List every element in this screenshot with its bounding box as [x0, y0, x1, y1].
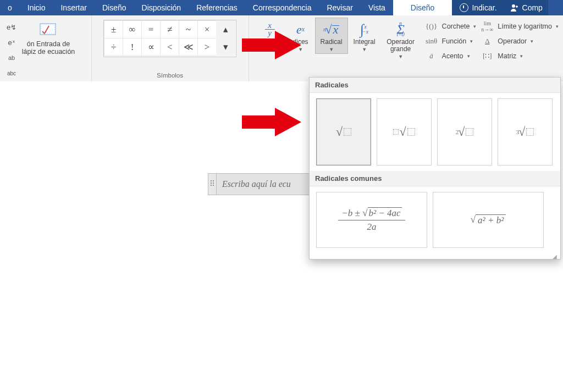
symbol-tilde[interactable]: ~ [179, 20, 198, 38]
tab-revisar[interactable]: Revisar [319, 0, 360, 15]
svg-point-0 [512, 4, 515, 8]
symbol-less-than[interactable]: < [160, 38, 179, 56]
tab-referencias[interactable]: Referencias [189, 0, 245, 15]
gallery-resize-grip[interactable]: ◢ [310, 253, 560, 259]
chevron-down-icon: ▾ [473, 24, 476, 29]
matrix-button[interactable]: [∷]Matriz▾ [479, 49, 559, 63]
tab-vista[interactable]: Vista [361, 0, 393, 15]
lightbulb-icon [460, 3, 468, 12]
symbol-not-equal[interactable]: ≠ [160, 20, 179, 38]
large-operator-label: Operador grande [382, 38, 420, 53]
ink-equation-icon [37, 20, 60, 38]
chevron-down-icon: ▼ [398, 53, 403, 60]
radical-tile-sqrt[interactable]: √ [316, 98, 371, 165]
tab-correspondencia[interactable]: Correspondencia [245, 0, 319, 15]
group-tools: e↯ eˣ ab abc ón Entrada de lápiz de ecua… [0, 15, 92, 81]
equation-mini-options: e↯ eˣ ab abc [4, 18, 19, 80]
normal-text-button[interactable]: ab [4, 51, 19, 65]
symbol-plus-minus[interactable]: ± [104, 20, 123, 38]
share-button[interactable]: Comp [505, 0, 548, 15]
symbol-equals[interactable]: = [141, 20, 161, 38]
structures-col-b: limn→∞Límite y logaritmo▾ ΔOperador▾ [∷]… [479, 18, 559, 63]
tab-file-fragment[interactable]: o [0, 0, 20, 15]
chevron-down-icon: ▾ [467, 53, 470, 59]
radical-gallery: Radicales √ √ 2√ 3√ Radicales comunes −b… [309, 77, 561, 260]
large-operator-button[interactable]: nΣi=0 Operador grande ▼ [381, 18, 421, 60]
svg-rect-1 [40, 24, 56, 35]
ribbon-tabstrip: o Inicio Insertar Diseño Disposición Ref… [0, 0, 563, 15]
ink-equation-label: ón Entrada de lápiz de ecuación [21, 40, 76, 56]
radical-icon: n√x [323, 20, 339, 38]
structures-col-a: {()}Corchete▾ sinθFunción▾ äAcento▾ [424, 18, 477, 63]
symbol-grid: ± ∞ = ≠ ~ × ▴ ÷ ! ∝ < ≪ > ▾ [103, 20, 236, 57]
symbol-much-less[interactable]: ≪ [179, 38, 198, 56]
function-button[interactable]: sinθFunción▾ [424, 35, 477, 48]
chevron-down-icon: ▾ [556, 24, 559, 29]
chevron-down-icon: ▾ [520, 53, 523, 59]
tell-me-search[interactable]: Indicar. [452, 0, 504, 15]
gallery-common-body: −b ± √b² − 4ac2a √a² + b² [310, 186, 560, 253]
bracket-icon: {()} [424, 22, 439, 31]
accent-icon: ä [424, 52, 439, 60]
group-symbols: ± ∞ = ≠ ~ × ▴ ÷ ! ∝ < ≪ > ▾ Símbolos [92, 15, 249, 81]
radical-tile-quadratic[interactable]: −b ± √b² − 4ac2a [316, 192, 427, 248]
radical-tile-nth-root[interactable]: √ [377, 98, 432, 165]
group-symbols-label: Símbolos [96, 70, 244, 81]
linear-format-button[interactable]: eˣ [4, 35, 19, 49]
gallery-section-radicals: Radicales [310, 78, 560, 93]
chevron-down-icon: ▾ [470, 38, 473, 44]
equation-handle[interactable] [208, 173, 216, 195]
symbol-scroll-up[interactable]: ▴ [216, 20, 235, 38]
symbol-greater[interactable]: > [197, 38, 217, 56]
chevron-down-icon: ▼ [329, 46, 334, 53]
tab-insertar[interactable]: Insertar [53, 0, 94, 15]
tab-inicio[interactable]: Inicio [20, 0, 53, 15]
radical-tile-pythag[interactable]: √a² + b² [433, 192, 544, 248]
accent-button[interactable]: äAcento▾ [424, 49, 477, 63]
integral-icon: ∫x−x [360, 20, 368, 38]
function-icon: sinθ [424, 37, 439, 46]
radical-label: Radical [321, 38, 343, 46]
abc-button[interactable]: abc [4, 66, 19, 80]
tab-disposicion[interactable]: Disposición [134, 0, 189, 15]
symbol-times[interactable]: × [197, 20, 217, 38]
operator-button[interactable]: ΔOperador▾ [479, 35, 559, 48]
summation-icon: nΣi=0 [396, 20, 405, 38]
tell-me-label: Indicar. [472, 3, 496, 12]
matrix-icon: [∷] [479, 52, 495, 60]
symbol-infinity[interactable]: ∞ [123, 20, 142, 38]
bracket-button[interactable]: {()}Corchete▾ [424, 20, 477, 33]
share-label: Comp [522, 3, 543, 12]
tab-diseno[interactable]: Diseño [95, 0, 134, 15]
svg-marker-4 [242, 108, 301, 136]
limit-icon: limn→∞ [479, 20, 495, 32]
radical-button[interactable]: n√x Radical ▼ [315, 18, 348, 54]
annotation-arrow-gallery [242, 106, 302, 139]
chevron-down-icon: ▼ [362, 46, 367, 53]
symbol-factorial[interactable]: ! [123, 38, 142, 56]
integral-label: Integral [354, 38, 376, 46]
symbol-scroll-down[interactable]: ▾ [216, 38, 235, 56]
radical-tile-sqrt-degree2[interactable]: 2√ [437, 98, 492, 165]
radical-tile-cubert[interactable]: 3√ [498, 98, 553, 165]
gallery-radicals-body: √ √ 2√ 3√ [310, 93, 560, 171]
gallery-section-common: Radicales comunes [310, 171, 560, 186]
operator-icon: Δ [479, 37, 495, 46]
tab-equation-design[interactable]: Diseño [393, 0, 452, 15]
svg-marker-3 [242, 31, 301, 59]
chevron-down-icon: ▾ [531, 38, 533, 44]
grip-icon [211, 180, 214, 188]
ink-equation-button[interactable]: ón Entrada de lápiz de ecuación [21, 18, 76, 56]
integral-button[interactable]: ∫x−x Integral ▼ [348, 18, 381, 53]
person-plus-icon [510, 3, 519, 12]
symbol-divide[interactable]: ÷ [104, 38, 123, 56]
symbol-propto[interactable]: ∝ [141, 38, 161, 56]
limit-log-button[interactable]: limn→∞Límite y logaritmo▾ [479, 20, 559, 33]
annotation-arrow-ribbon [242, 29, 302, 62]
professional-format-button[interactable]: e↯ [4, 20, 19, 34]
